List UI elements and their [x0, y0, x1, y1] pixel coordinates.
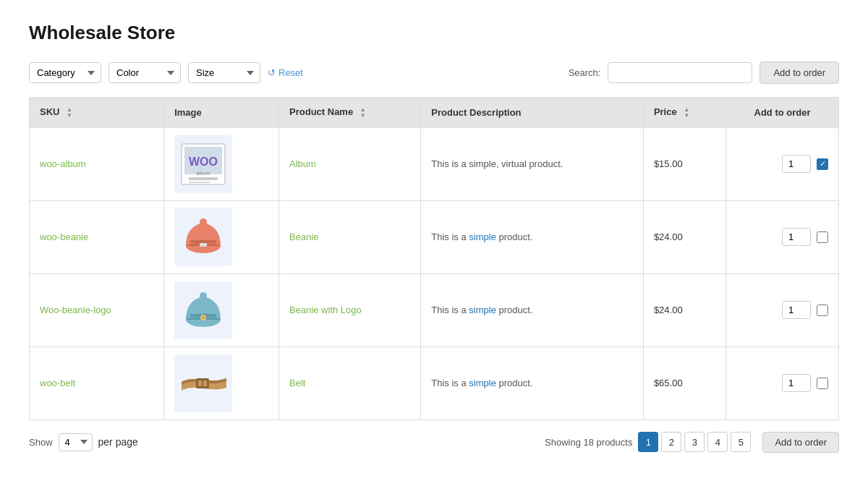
sku-sort-icon[interactable]: ▲▼ [67, 107, 72, 119]
product-name-cell: Belt [279, 346, 421, 420]
svg-point-17 [202, 316, 205, 319]
page-2-button[interactable]: 2 [661, 432, 681, 452]
table-row: woo-beanie [30, 200, 839, 273]
show-label: Show [29, 437, 53, 448]
page-5-button[interactable]: 5 [731, 432, 751, 452]
reset-button[interactable]: ↺ Reset [268, 67, 303, 78]
description-text: This is a simple product. [431, 305, 532, 315]
table-header-row: SKU ▲▼ Image Product Name ▲▼ Product Des… [30, 98, 839, 128]
qty-add-container [736, 301, 828, 319]
svg-rect-10 [190, 240, 216, 243]
product-name-link[interactable]: Album [289, 158, 316, 169]
simple-product-link[interactable]: simple [469, 378, 496, 388]
add-order-cell [726, 273, 839, 346]
svg-rect-11 [200, 243, 207, 247]
add-checkbox[interactable] [817, 158, 828, 170]
reset-icon: ↺ [268, 67, 276, 78]
description-cell: This is a simple product. [421, 346, 644, 420]
sku-link[interactable]: Woo-beanie-logo [40, 305, 111, 315]
description-text: This is a simple product. [431, 231, 532, 242]
simple-product-link[interactable]: simple [469, 305, 496, 315]
sku-link[interactable]: woo-album [40, 158, 86, 169]
table-row: woo-belt [30, 346, 839, 420]
price-cell: $24.00 [643, 200, 726, 273]
product-name-cell: Album [279, 127, 421, 200]
simple-product-link[interactable]: simple [469, 231, 496, 242]
table-row: Woo-beanie-logo [30, 273, 839, 346]
sku-link[interactable]: woo-beanie [40, 231, 88, 242]
image-cell [164, 273, 279, 346]
product-image [174, 208, 232, 266]
qty-add-container [736, 155, 828, 173]
svg-text:WOO: WOO [189, 156, 218, 168]
add-checkbox[interactable] [817, 378, 828, 389]
page-4-button[interactable]: 4 [707, 432, 728, 452]
product-name-link[interactable]: Belt [289, 378, 305, 388]
per-page-label: per page [98, 436, 138, 448]
product-image [174, 281, 232, 339]
toolbar: Category Color Size ↺ Reset Search: Add … [29, 61, 839, 84]
pagination: 1 2 3 4 5 [638, 432, 751, 452]
showing-text: Showing 18 products [545, 437, 632, 448]
name-sort-icon[interactable]: ▲▼ [360, 107, 366, 119]
col-sku: SKU ▲▼ [30, 98, 164, 128]
add-order-cell [726, 200, 839, 273]
image-cell: WOO album [164, 127, 279, 200]
qty-add-container [736, 374, 828, 392]
add-checkbox[interactable] [817, 231, 828, 243]
search-input[interactable] [608, 62, 752, 83]
svg-point-14 [200, 292, 207, 299]
footer-add-order-button[interactable]: Add to order [762, 432, 839, 453]
quantity-input[interactable] [782, 374, 811, 392]
price-cell: $65.00 [643, 346, 726, 420]
svg-rect-5 [189, 177, 218, 180]
svg-rect-21 [202, 379, 203, 388]
price-cell: $24.00 [643, 273, 726, 346]
table-row: woo-album WOO album [30, 127, 839, 200]
sku-cell: woo-belt [30, 346, 164, 420]
col-product-name: Product Name ▲▼ [279, 98, 421, 128]
add-order-cell [726, 127, 839, 200]
image-cell [164, 200, 279, 273]
sku-link[interactable]: woo-belt [40, 378, 75, 388]
price-sort-icon[interactable]: ▲▼ [684, 107, 689, 119]
header-add-order-button[interactable]: Add to order [760, 61, 839, 84]
color-filter[interactable]: Color [109, 62, 181, 83]
description-cell: This is a simple, virtual product. [421, 127, 644, 200]
search-label: Search: [569, 67, 601, 78]
product-name-cell: Beanie [279, 200, 421, 273]
col-image: Image [164, 98, 279, 128]
size-filter[interactable]: Size [188, 62, 260, 83]
description-text: This is a simple product. [431, 378, 532, 388]
product-name-link[interactable]: Beanie with Logo [289, 305, 362, 315]
page-1-button[interactable]: 1 [638, 432, 658, 452]
category-filter[interactable]: Category [29, 62, 101, 83]
col-price: Price ▲▼ [643, 98, 726, 128]
page-3-button[interactable]: 3 [684, 432, 705, 452]
sku-cell: Woo-beanie-logo [30, 273, 164, 346]
col-add-order: Add to order [726, 98, 839, 128]
description-text: This is a simple, virtual product. [431, 158, 563, 169]
col-description: Product Description [421, 98, 644, 128]
product-name-cell: Beanie with Logo [279, 273, 421, 346]
add-checkbox[interactable] [817, 305, 828, 316]
quantity-input[interactable] [782, 228, 811, 246]
price-cell: $15.00 [643, 127, 726, 200]
product-image: WOO album [174, 135, 232, 193]
product-name-link[interactable]: Beanie [289, 231, 318, 242]
description-cell: This is a simple product. [421, 200, 644, 273]
quantity-input[interactable] [782, 301, 811, 319]
page-title: Wholesale Store [29, 22, 839, 44]
svg-rect-6 [189, 182, 210, 183]
products-table: SKU ▲▼ Image Product Name ▲▼ Product Des… [29, 97, 839, 420]
product-image [174, 354, 232, 412]
per-page-select[interactable]: 4 8 12 [59, 433, 93, 451]
add-order-cell [726, 346, 839, 420]
image-cell [164, 346, 279, 420]
table-footer: Show 4 8 12 per page Showing 18 products… [29, 432, 839, 453]
sku-cell: woo-beanie [30, 200, 164, 273]
sku-cell: woo-album [30, 127, 164, 200]
quantity-input[interactable] [782, 155, 811, 173]
svg-text:album: album [197, 171, 210, 176]
description-cell: This is a simple product. [421, 273, 644, 346]
